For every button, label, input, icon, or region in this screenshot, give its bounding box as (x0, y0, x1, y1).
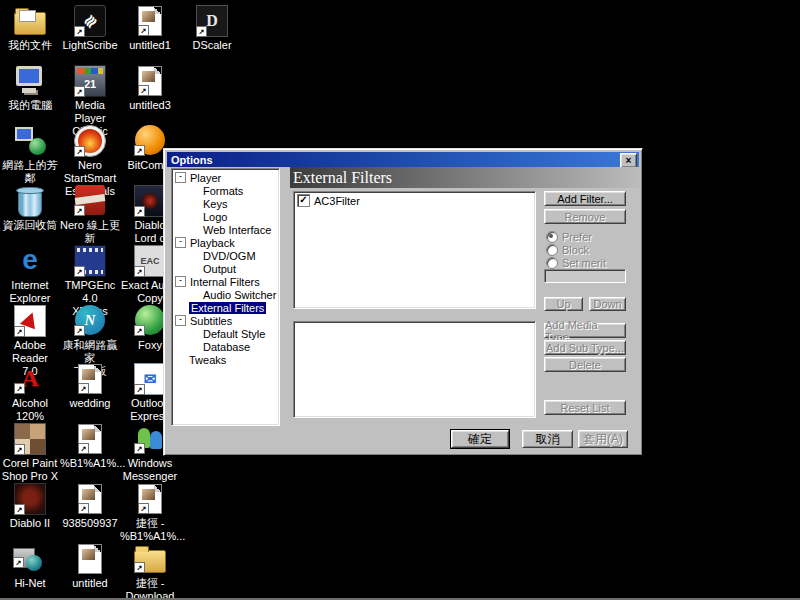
tree-item-logo[interactable]: Logo (172, 210, 279, 223)
desktop-icon-my-documents[interactable]: 我的文件 (0, 4, 60, 52)
desktop-icon-dscaler[interactable]: D↗DScaler (182, 4, 242, 52)
icon-art (0, 124, 60, 158)
icon-label: 我的電腦 (0, 99, 60, 112)
desktop-icon-network-places[interactable]: 網路上的芳鄰 (0, 124, 60, 185)
desktop-icon-b1a1-file[interactable]: ↗%B1%A1%... (60, 422, 120, 470)
apply-button: 套用(A) (578, 430, 628, 448)
tree-item-default-style[interactable]: Default Style (172, 327, 279, 340)
nero-update-icon: ↗ (75, 185, 105, 215)
shortcut-arrow-icon: ↗ (14, 326, 25, 337)
desktop-icon-untitled3[interactable]: ↗untitled3 (120, 64, 180, 112)
collapse-expander-icon[interactable]: - (175, 172, 186, 183)
shortcut-arrow-icon: ↗ (74, 266, 85, 277)
image-file-icon: ↗ (78, 424, 102, 454)
shortcut-arrow-icon: ↗ (134, 443, 145, 454)
icon-label: 捷徑 - Download (120, 577, 180, 600)
desktop-icon-untitled[interactable]: untitled (60, 542, 120, 590)
tree-item-database[interactable]: Database (172, 340, 279, 353)
icon-label: 資源回收筒 (0, 219, 60, 232)
tree-item-keys[interactable]: Keys (172, 197, 279, 210)
shortcut-arrow-icon: ↗ (74, 86, 85, 97)
icon-art: ≋↗ (60, 4, 120, 38)
icon-label: Alcohol 120% (0, 397, 60, 423)
desktop-icon-recycle-bin[interactable]: 資源回收筒 (0, 184, 60, 232)
tree-item-playback[interactable]: -Playback (172, 236, 279, 249)
desktop-icon-shortcut-download[interactable]: ↗捷徑 - Download (120, 542, 180, 600)
desktop-icon-untitled1[interactable]: ↗untitled1 (120, 4, 180, 52)
dialog-titlebar[interactable]: Options × (167, 152, 639, 167)
tree-item-subtitles[interactable]: -Subtitles (172, 314, 279, 327)
desktop-icon-hinet[interactable]: ↗Hi-Net (0, 542, 60, 590)
image-file-icon: ↗ (78, 484, 102, 514)
collapse-expander-icon[interactable]: - (175, 237, 186, 248)
icon-art: ↗ (60, 482, 120, 516)
radio-icon (546, 257, 558, 269)
desktop-icon-alcohol-120[interactable]: A↗Alcohol 120% (0, 362, 60, 423)
check-glyph: ✓ (299, 194, 307, 205)
icon-label: 捷徑 - %B1%A1%... (120, 517, 180, 543)
icon-label: Internet Explorer (0, 279, 60, 305)
my-documents-icon (14, 12, 46, 35)
radio-icon (546, 244, 558, 256)
tree-item-formats[interactable]: Formats (172, 184, 279, 197)
media-type-list[interactable] (293, 321, 536, 418)
media-player-classic-icon: 21↗ (74, 65, 106, 97)
tree-item-player[interactable]: -Player (172, 171, 279, 184)
set-merit-radio-row: Set merit (546, 257, 606, 268)
checkbox-checked-icon[interactable]: ✓ (297, 194, 310, 207)
set-merit-label: Set merit (562, 257, 606, 269)
ok-button[interactable]: 確定 (451, 430, 509, 448)
shortcut-arrow-icon: ↗ (134, 384, 145, 395)
filter-name: AC3Filter (314, 195, 360, 207)
add-filter-button[interactable]: Add Filter... (544, 191, 626, 206)
icon-art: ↗ (120, 482, 180, 516)
desktop-icon-internet-explorer[interactable]: eInternet Explorer (0, 244, 60, 305)
tree-item-dvd-ogm[interactable]: DVD/OGM (172, 249, 279, 262)
dialog-title: Options (171, 154, 213, 166)
shortcut-arrow-icon: ↗ (196, 26, 207, 37)
tree-item-audio-switcher[interactable]: Audio Switcher (172, 288, 279, 301)
desktop-icon-938509937[interactable]: ↗938509937 (60, 482, 120, 530)
page-header: External Filters (290, 167, 640, 188)
icon-art: ↗ (120, 4, 180, 38)
desktop-icon-nero-update[interactable]: ↗Nero 線上更新 (60, 184, 120, 245)
shortcut-arrow-icon: ↗ (78, 383, 89, 394)
close-button[interactable]: × (620, 153, 637, 168)
desktop-icon-shortcut-b1a1[interactable]: ↗捷徑 - %B1%A1%... (120, 482, 180, 543)
collapse-expander-icon[interactable]: - (175, 315, 186, 326)
icon-label: Diablo II (0, 517, 60, 530)
filter-list-item[interactable]: ✓ AC3Filter (294, 192, 535, 209)
desktop: 我的文件 我的電腦 網路上的芳鄰 資源回收筒 eInternet Explore… (0, 0, 800, 600)
dscaler-icon: D↗ (196, 5, 228, 37)
desktop-icon-corel-paint-shop[interactable]: ↗Corel Paint Shop Pro X (0, 422, 60, 483)
desktop-icon-my-computer[interactable]: 我的電腦 (0, 64, 60, 112)
cancel-button[interactable]: 取消 (522, 430, 573, 448)
radio-selected-icon (546, 231, 558, 243)
icon-art: A↗ (0, 362, 60, 396)
shortcut-arrow-icon: ↗ (14, 383, 25, 394)
desktop-icon-wedding[interactable]: ↗wedding (60, 362, 120, 410)
prefer-radio-row: Prefer (546, 231, 592, 242)
icon-label: Corel Paint Shop Pro X (0, 457, 60, 483)
add-sub-type-button: Add Sub Type... (544, 340, 626, 355)
icon-label: untitled1 (120, 39, 180, 52)
desktop-icon-lightscribe[interactable]: ≋↗LightScribe (60, 4, 120, 52)
desktop-icon-diablo2[interactable]: ↗Diablo II (0, 482, 60, 530)
tree-item-external-filters[interactable]: External Filters (172, 301, 279, 314)
tree-item-output[interactable]: Output (172, 262, 279, 275)
folder-icon: ↗ (134, 550, 166, 573)
icon-art: 21↗ (60, 64, 120, 98)
external-filter-list[interactable]: ✓ AC3Filter (293, 191, 536, 309)
recycle-bin-icon (18, 190, 42, 217)
icon-art: ↗ (60, 422, 120, 456)
delete-button: Delete (544, 357, 626, 372)
icon-art (0, 4, 60, 38)
options-tree[interactable]: -Player Formats Keys Logo Web Interface … (171, 168, 280, 426)
tree-item-internal-filters[interactable]: -Internal Filters (172, 275, 279, 288)
collapse-expander-icon[interactable]: - (175, 276, 186, 287)
icon-label: wedding (60, 397, 120, 410)
tree-item-web-interface[interactable]: Web Interface (172, 223, 279, 236)
tree-item-tweaks[interactable]: Tweaks (172, 353, 279, 366)
shortcut-arrow-icon: ↗ (74, 325, 85, 336)
icon-art: ↗ (0, 422, 60, 456)
